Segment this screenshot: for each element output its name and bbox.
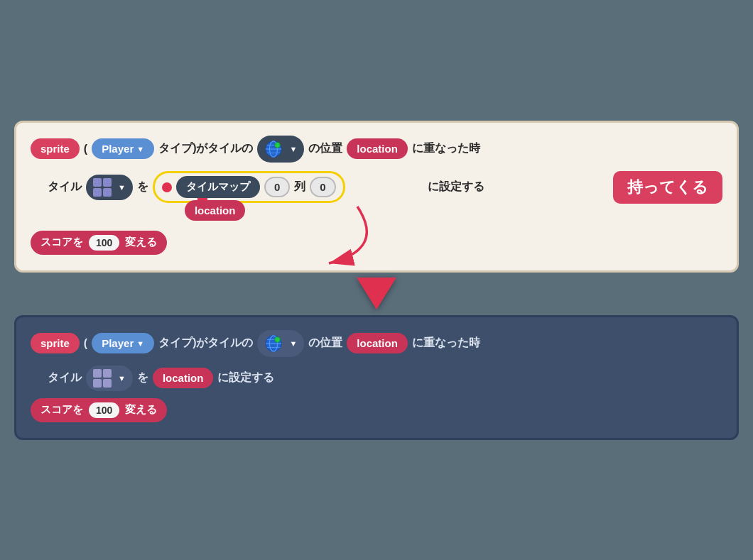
player-dropdown-bottom[interactable]: ▼	[136, 339, 144, 348]
top-row2: タイル ▼ を タイルマップ 0 列 0	[48, 171, 722, 204]
col-label-top: 列	[294, 180, 305, 194]
text3-bottom: に重なった時	[412, 336, 480, 351]
globe-dropdown-top[interactable]: ▼	[289, 145, 297, 153]
location-block-bottom[interactable]: location	[347, 333, 408, 353]
top-row1: sprite ( Player ▼ タイプ)がタイルの	[31, 136, 722, 163]
text1-bottom: タイプ)がタイルの	[158, 336, 253, 351]
num-input-row-top[interactable]: 0	[310, 177, 335, 197]
paren-open-top: (	[84, 143, 87, 155]
ni-settei-bottom: に設定する	[217, 370, 274, 385]
bottom-panel: sprite ( Player ▼ タイプ)がタイルの ▼ の位置 locati	[14, 315, 739, 440]
tile-label-top: タイル	[48, 180, 82, 194]
score-num-bottom[interactable]: 100	[89, 402, 119, 418]
bottom-row2: タイル ▼ を location に設定する	[48, 366, 722, 391]
score-num-top[interactable]: 100	[89, 235, 119, 251]
main-container: sprite ( Player ▼ タイプ)がタイルの	[14, 121, 739, 440]
score-block-top[interactable]: スコアを 100 変える	[31, 231, 167, 255]
globe-block-bottom[interactable]: ▼	[257, 330, 304, 357]
tile-label-bottom: タイル	[48, 370, 82, 385]
yellow-highlight-area: タイルマップ 0 列 0 location	[153, 171, 345, 203]
sprite-block-top[interactable]: sprite	[31, 138, 80, 159]
bottom-row1: sprite ( Player ▼ タイプ)がタイルの ▼ の位置 locati	[31, 330, 722, 357]
player-block-bottom[interactable]: Player ▼	[92, 333, 154, 353]
sprite-block-bottom[interactable]: sprite	[31, 333, 80, 353]
tile-icon-bottom	[93, 369, 112, 388]
tile-icon-top	[93, 178, 112, 197]
tilemap-block-top[interactable]: タイルマップ	[176, 176, 260, 198]
tile-dropdown-top[interactable]: ▼	[118, 183, 126, 192]
tile-icon-block-bottom[interactable]: ▼	[86, 366, 133, 391]
location-sub-top[interactable]: location	[185, 200, 246, 221]
location-block-top[interactable]: location	[347, 138, 408, 159]
globe-dropdown-bottom[interactable]: ▼	[289, 339, 297, 348]
arrow-down-container	[14, 273, 739, 315]
top-panel: sprite ( Player ▼ タイプ)がタイルの	[14, 121, 739, 273]
tile-icon-block-top[interactable]: ▼	[86, 175, 133, 200]
paren-open-bottom: (	[84, 337, 87, 350]
location-set-block-bottom[interactable]: location	[153, 368, 214, 388]
text2-top: の位置	[308, 141, 342, 156]
player-dropdown-top[interactable]: ▼	[136, 145, 144, 153]
down-arrow-icon	[357, 278, 396, 309]
mottekuru-label: 持ってくる	[613, 171, 722, 204]
text2-bottom: の位置	[308, 336, 342, 351]
top-row3: スコアを 100 変える	[31, 231, 722, 255]
player-block-top[interactable]: Player ▼	[92, 138, 154, 159]
svg-point-12	[275, 336, 280, 341]
text1-top: タイプ)がタイルの	[158, 141, 253, 156]
num-input-col-top[interactable]: 0	[264, 177, 290, 197]
globe-block-top[interactable]: ▼	[257, 136, 304, 163]
tile-dropdown-bottom[interactable]: ▼	[118, 374, 126, 383]
wo-label-top: を	[137, 180, 148, 194]
bottom-row3: スコアを 100 変える	[31, 398, 722, 422]
text3-top: に重なった時	[412, 141, 480, 156]
ni-settei-top: に設定する	[428, 180, 484, 194]
globe-icon-bottom	[264, 334, 283, 353]
svg-point-5	[275, 142, 280, 147]
score-block-bottom[interactable]: スコアを 100 変える	[31, 398, 167, 422]
globe-icon-top	[264, 140, 283, 158]
top-panel-inner: sprite ( Player ▼ タイプ)がタイルの	[31, 136, 722, 255]
red-dot-1	[162, 182, 172, 192]
wo-label-bottom: を	[137, 370, 148, 385]
